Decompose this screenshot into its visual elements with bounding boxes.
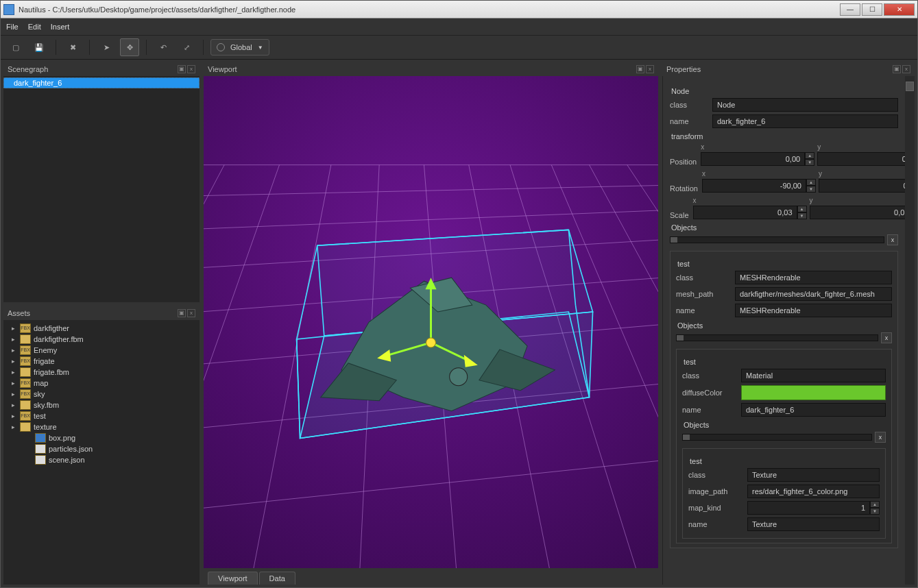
expand-icon[interactable]: ▸: [12, 347, 17, 354]
menu-file[interactable]: File: [6, 23, 19, 31]
name-input[interactable]: [712, 114, 898, 128]
assets-tree[interactable]: ▸FBXdarkfigther▸darkfigther.fbm▸FBXEnemy…: [3, 320, 200, 585]
fbx-icon: FBX: [20, 389, 31, 399]
panel-float-icon[interactable]: ▣: [893, 65, 901, 73]
rotation-y-input[interactable]: [819, 179, 915, 193]
close-button[interactable]: ✕: [884, 3, 915, 16]
save-icon[interactable]: 💾: [29, 38, 49, 56]
spin-down-icon[interactable]: ▼: [805, 159, 814, 166]
objects-slider[interactable]: [682, 434, 872, 441]
scale-y-input[interactable]: [810, 206, 914, 219]
node-section-label: Node: [671, 87, 898, 95]
menu-edit[interactable]: Edit: [28, 23, 41, 31]
asset-item[interactable]: particles.json: [3, 443, 200, 454]
expand-icon[interactable]: ▸: [12, 380, 17, 387]
expand-icon[interactable]: ▸: [12, 413, 17, 419]
rotation-label: Rotation: [670, 184, 698, 193]
new-file-icon[interactable]: ▢: [6, 38, 25, 56]
asset-item[interactable]: ▸darkfigther.fbm: [3, 334, 200, 345]
position-label: Position: [670, 158, 697, 166]
asset-label: map: [34, 379, 48, 387]
asset-label: frigate.fbm: [34, 368, 69, 376]
expand-icon[interactable]: ▸: [12, 336, 17, 343]
panel-close-icon[interactable]: x: [646, 65, 654, 73]
tab-viewport[interactable]: Viewport: [208, 572, 258, 585]
mat-name-input[interactable]: [741, 403, 886, 417]
diffuse-color-swatch[interactable]: [741, 385, 886, 400]
objects-slider[interactable]: [676, 334, 878, 341]
scenegraph-item-selected[interactable]: dark_fighter_6: [3, 77, 200, 88]
delete-object-button[interactable]: x: [887, 234, 898, 245]
asset-label: darkfigther.fbm: [34, 335, 84, 343]
asset-item[interactable]: ▸FBXfrigate: [3, 356, 200, 367]
svg-line-17: [627, 165, 658, 568]
expand-icon[interactable]: ▸: [12, 369, 17, 376]
minimize-button[interactable]: —: [840, 3, 860, 16]
cursor-icon[interactable]: ➤: [97, 38, 116, 56]
panel-close-icon[interactable]: x: [187, 65, 195, 73]
expand-icon[interactable]: ▸: [12, 391, 17, 397]
asset-label: test: [34, 412, 46, 420]
viewport-3d[interactable]: [204, 76, 658, 568]
asset-item[interactable]: ▸FBXsky: [3, 389, 200, 400]
panel-float-icon[interactable]: ▣: [178, 309, 186, 317]
fbx-icon: FBX: [20, 345, 31, 355]
delete-icon[interactable]: ✖: [63, 38, 82, 56]
asset-item[interactable]: ▸FBXEnemy: [3, 345, 200, 356]
delete-object-button[interactable]: x: [875, 432, 886, 443]
scrollbar-thumb[interactable]: [906, 82, 914, 91]
tex-image-path-input[interactable]: [747, 485, 880, 498]
fbx-icon: FBX: [20, 323, 31, 333]
rotation-x-input[interactable]: [702, 179, 806, 193]
spin-up-icon[interactable]: ▲: [805, 152, 814, 159]
expand-icon[interactable]: ⤢: [177, 38, 196, 56]
img-icon: [35, 433, 46, 443]
fbx-icon: FBX: [20, 356, 31, 366]
asset-item[interactable]: ▸frigate.fbm: [3, 367, 200, 378]
objects-slider[interactable]: [670, 236, 884, 243]
panel-close-icon[interactable]: x: [187, 309, 195, 317]
asset-label: darkfigther: [34, 324, 69, 332]
tab-data[interactable]: Data: [259, 572, 295, 585]
svg-line-23: [297, 245, 317, 339]
viewport-header: Viewport ▣x: [204, 62, 658, 76]
scrollbar-track[interactable]: [905, 76, 915, 585]
mesh-class-input[interactable]: [735, 271, 892, 284]
menu-insert[interactable]: Insert: [51, 23, 70, 31]
asset-label: sky: [34, 390, 45, 398]
coordinate-space-select[interactable]: Global ▼: [210, 39, 269, 56]
class-label: class: [670, 101, 708, 109]
asset-item[interactable]: ▸sky.fbm: [3, 400, 200, 411]
svg-line-7: [204, 428, 658, 541]
tex-name-input[interactable]: [747, 517, 880, 531]
expand-icon[interactable]: ▸: [12, 358, 17, 365]
class-input[interactable]: [712, 98, 898, 112]
scenegraph-tree[interactable]: dark_fighter_6: [3, 76, 200, 302]
panel-float-icon[interactable]: ▣: [636, 65, 644, 73]
asset-item[interactable]: ▸FBXtest: [3, 411, 200, 421]
asset-item[interactable]: scene.json: [3, 454, 200, 465]
asset-item[interactable]: ▸texture: [3, 421, 200, 432]
move-icon[interactable]: ✥: [120, 38, 139, 56]
mesh-path-input[interactable]: [735, 287, 892, 301]
asset-item[interactable]: ▸FBXmap: [3, 378, 200, 389]
tex-mapkind-input[interactable]: [747, 501, 870, 515]
position-x-input[interactable]: [701, 152, 805, 166]
position-y-input[interactable]: [817, 152, 915, 166]
mat-class-input[interactable]: [741, 369, 886, 382]
svg-line-21: [297, 339, 300, 439]
asset-item[interactable]: box.png: [3, 432, 200, 443]
expand-icon[interactable]: ▸: [12, 402, 17, 408]
panel-close-icon[interactable]: x: [902, 65, 910, 73]
asset-item[interactable]: ▸FBXdarkfigther: [3, 323, 200, 334]
scale-x-input[interactable]: [693, 206, 797, 219]
delete-object-button[interactable]: x: [881, 332, 892, 343]
tex-class-input[interactable]: [747, 468, 880, 482]
panel-float-icon[interactable]: ▣: [178, 65, 186, 73]
undo-icon[interactable]: ↶: [154, 38, 173, 56]
maximize-button[interactable]: ☐: [862, 3, 882, 16]
fbx-icon: FBX: [20, 411, 31, 421]
mesh-name-input[interactable]: [735, 304, 892, 317]
expand-icon[interactable]: ▸: [12, 325, 17, 332]
expand-icon[interactable]: ▸: [12, 424, 17, 430]
